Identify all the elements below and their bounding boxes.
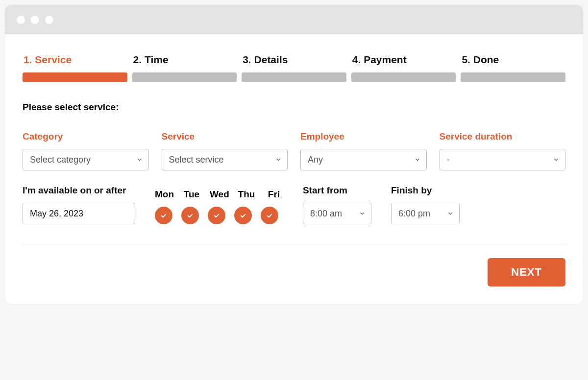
service-label: Service bbox=[162, 131, 288, 142]
day-toggle-fri[interactable] bbox=[261, 207, 278, 224]
check-icon bbox=[213, 212, 220, 219]
duration-select[interactable]: - bbox=[440, 149, 566, 170]
day-header-tue: Tue bbox=[182, 189, 201, 200]
start-from-value: 8:00 am bbox=[310, 209, 342, 219]
chevron-down-icon bbox=[358, 210, 366, 217]
step-label: 2. Time bbox=[132, 54, 237, 66]
check-icon bbox=[160, 212, 168, 219]
section-heading: Please select service: bbox=[23, 102, 565, 113]
step-label: 3. Details bbox=[242, 54, 346, 66]
check-icon bbox=[266, 212, 273, 219]
check-icon bbox=[239, 212, 247, 219]
available-date-label: I'm available on or after bbox=[23, 185, 135, 196]
employee-select[interactable]: Any bbox=[300, 149, 427, 170]
step-payment[interactable]: 4. Payment bbox=[351, 54, 456, 82]
employee-value: Any bbox=[308, 155, 323, 165]
day-toggle-thu[interactable] bbox=[234, 207, 252, 224]
selects-row: Category Select category Service Select … bbox=[23, 131, 565, 170]
day-header-wed: Wed bbox=[210, 189, 228, 200]
availability-row: I'm available on or after May 26, 2023 M… bbox=[23, 185, 565, 224]
check-icon bbox=[186, 212, 194, 219]
day-toggle-wed[interactable] bbox=[208, 207, 225, 224]
step-service[interactable]: 1. Service bbox=[23, 54, 127, 82]
app-window: 1. Service 2. Time 3. Details 4. Payment… bbox=[5, 5, 583, 304]
duration-label: Service duration bbox=[440, 131, 566, 142]
finish-by-value: 6:00 pm bbox=[398, 209, 430, 219]
chevron-down-icon bbox=[136, 156, 144, 164]
chevron-down-icon bbox=[552, 156, 560, 164]
service-select[interactable]: Select service bbox=[162, 149, 288, 170]
step-bar bbox=[351, 72, 456, 82]
day-header-mon: Mon bbox=[155, 189, 173, 200]
days-field: Mon Tue Wed Thu Fri bbox=[155, 189, 283, 224]
divider bbox=[23, 244, 565, 244]
step-time[interactable]: 2. Time bbox=[132, 54, 237, 82]
employee-field: Employee Any bbox=[300, 131, 427, 170]
available-date-input[interactable]: May 26, 2023 bbox=[23, 203, 135, 224]
step-bar bbox=[242, 72, 346, 82]
category-select[interactable]: Select category bbox=[23, 149, 149, 170]
start-from-field: Start from 8:00 am bbox=[303, 185, 371, 224]
available-date-value: May 26, 2023 bbox=[30, 209, 83, 219]
window-dot bbox=[45, 16, 53, 24]
content-area: 1. Service 2. Time 3. Details 4. Payment… bbox=[5, 34, 583, 304]
start-from-select[interactable]: 8:00 am bbox=[303, 203, 371, 224]
category-field: Category Select category bbox=[23, 131, 149, 170]
available-date-field: I'm available on or after May 26, 2023 bbox=[23, 185, 135, 224]
duration-value: - bbox=[447, 155, 450, 165]
step-done[interactable]: 5. Done bbox=[461, 54, 565, 82]
day-toggle-mon[interactable] bbox=[155, 207, 172, 224]
category-label: Category bbox=[23, 131, 149, 142]
day-headers: Mon Tue Wed Thu Fri bbox=[155, 189, 283, 200]
step-bar bbox=[132, 72, 237, 82]
service-field: Service Select service bbox=[162, 131, 288, 170]
chevron-down-icon bbox=[274, 156, 282, 164]
finish-by-label: Finish by bbox=[391, 185, 460, 196]
step-details[interactable]: 3. Details bbox=[242, 54, 346, 82]
employee-label: Employee bbox=[300, 131, 427, 142]
window-dot bbox=[17, 16, 25, 24]
service-value: Select service bbox=[169, 155, 224, 165]
next-button[interactable]: NEXT bbox=[488, 258, 565, 286]
window-titlebar bbox=[5, 5, 583, 34]
footer: NEXT bbox=[23, 258, 565, 286]
finish-by-select[interactable]: 6:00 pm bbox=[391, 203, 460, 224]
step-label: 1. Service bbox=[23, 54, 127, 66]
step-label: 4. Payment bbox=[351, 54, 456, 66]
duration-field: Service duration - bbox=[440, 131, 566, 170]
step-label: 5. Done bbox=[461, 54, 565, 66]
day-header-fri: Fri bbox=[265, 189, 283, 200]
start-from-label: Start from bbox=[303, 185, 371, 196]
day-chips bbox=[155, 207, 283, 224]
finish-by-field: Finish by 6:00 pm bbox=[391, 185, 460, 224]
chevron-down-icon bbox=[414, 156, 421, 164]
chevron-down-icon bbox=[446, 210, 454, 217]
window-dot bbox=[31, 16, 39, 24]
category-value: Select category bbox=[30, 155, 91, 165]
step-bar bbox=[23, 72, 127, 82]
stepper: 1. Service 2. Time 3. Details 4. Payment… bbox=[23, 54, 565, 82]
day-toggle-tue[interactable] bbox=[181, 207, 199, 224]
step-bar bbox=[461, 72, 565, 82]
day-header-thu: Thu bbox=[237, 189, 256, 200]
